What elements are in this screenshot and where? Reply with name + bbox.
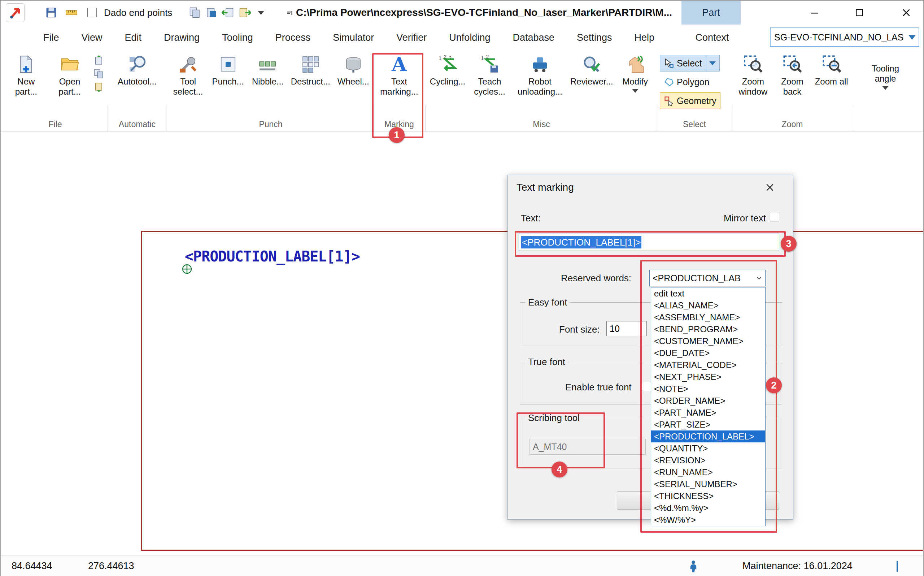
path-pin-icon — [286, 9, 294, 17]
zoom-back-icon — [782, 54, 803, 74]
ribbon-group-zoom: Zoom window Zoom back Zoom all Zoom — [733, 52, 851, 131]
select-dropdown-icon[interactable] — [706, 55, 716, 71]
paste-sheet-icon[interactable] — [205, 6, 218, 19]
annotation-box-1 — [372, 53, 423, 138]
maintenance-text: Maintenance: 16.01.2024 — [742, 555, 852, 576]
polygon-icon — [664, 77, 674, 87]
tooling-angle-dropdown-icon — [882, 86, 889, 90]
title-bar: Dado end points C:\Prima Power\ncexpress… — [1, 1, 923, 24]
import-sheet-icon[interactable] — [222, 6, 235, 19]
document-path: C:\Prima Power\ncexpress\SG-EVO-TCFinlan… — [286, 1, 672, 24]
text-anchor-marker-icon[interactable] — [180, 262, 193, 275]
close-button[interactable] — [898, 4, 914, 21]
annotation-box-2 — [640, 260, 777, 533]
sheet-down-icon[interactable] — [93, 82, 105, 93]
open-part-button[interactable]: Open part... — [49, 52, 90, 97]
menu-item[interactable]: Tooling — [222, 32, 253, 43]
save-icon[interactable] — [45, 6, 58, 19]
geometry-button[interactable]: Geometry — [660, 93, 720, 109]
ribbon-group-select: Select Polygon Geometry Select — [658, 52, 731, 131]
zoom-back-button[interactable]: Zoom back — [774, 52, 811, 97]
punch-button[interactable]: Punch... — [209, 52, 247, 87]
menu-item[interactable]: Verifier — [396, 32, 427, 43]
close-icon — [765, 183, 775, 192]
ribbon-group-tooling-angle: Tooling angle — [855, 52, 916, 131]
autotool-icon — [127, 54, 147, 74]
status-bar: 84.64434 276.44613 Maintenance: 16.01.20… — [1, 555, 923, 576]
zoom-all-button[interactable]: Zoom all — [813, 52, 851, 87]
group-label-automatic: Automatic — [110, 120, 164, 129]
destruct-icon — [300, 54, 321, 74]
minimize-button[interactable] — [806, 4, 823, 21]
measure-icon[interactable] — [65, 6, 78, 19]
mirror-text-label: Mirror text — [724, 213, 766, 224]
menu-item[interactable]: Help — [635, 32, 655, 43]
zoom-all-icon — [822, 54, 842, 74]
autotool-button[interactable]: Autotool... — [114, 52, 161, 87]
menu-item[interactable]: Unfolding — [449, 32, 490, 43]
robot-unloading-icon — [530, 54, 550, 74]
wheel-button[interactable]: Wheel... — [335, 52, 372, 87]
sheet-up-icon[interactable] — [93, 54, 105, 66]
text-field-label: Text: — [521, 213, 541, 224]
cycling-button[interactable]: 123 Cycling... — [429, 52, 466, 87]
tooling-angle-button[interactable]: Tooling angle — [864, 61, 907, 90]
dado-end-points-label: Dado end points — [104, 1, 172, 24]
wheel-icon — [343, 54, 364, 74]
menu-item[interactable]: Settings — [577, 32, 612, 43]
nibble-icon — [258, 54, 278, 74]
dialog-close-button[interactable] — [761, 179, 779, 195]
ribbon-group-misc: 123 Cycling... 12 Teach cycles... Robot … — [427, 52, 656, 131]
font-size-label: Font size: — [559, 324, 600, 335]
group-label-file: File — [4, 120, 106, 129]
dialog-title: Text marking — [517, 182, 574, 193]
new-part-icon — [16, 54, 36, 74]
svg-text:1: 1 — [481, 55, 484, 61]
menu-item[interactable]: Database — [512, 32, 554, 43]
modify-button[interactable]: Modify — [616, 52, 654, 93]
group-label-select: Select — [658, 120, 731, 129]
annotation-badge-3: 3 — [781, 236, 796, 252]
menu-bar: FileViewEditDrawingToolingProcessSimulat… — [1, 24, 923, 51]
polygon-button[interactable]: Polygon — [660, 74, 713, 90]
ribbon-group-automatic: Autotool... Automatic — [110, 52, 164, 131]
tool-select-button[interactable]: Tool select... — [169, 52, 207, 97]
program-selector-dropdown[interactable]: SG-EVO-TCFINLAND_NO_LAS — [770, 27, 919, 47]
menu-item[interactable]: File — [43, 32, 59, 43]
app-window: Dado end points C:\Prima Power\ncexpress… — [0, 0, 924, 576]
select-button[interactable]: Select — [660, 55, 720, 72]
nibble-button[interactable]: Nibble... — [249, 52, 287, 87]
annotation-box-4 — [517, 413, 605, 469]
dado-end-points-checkbox[interactable] — [87, 8, 97, 18]
menu-item[interactable]: Simulator — [333, 32, 374, 43]
tab-context[interactable]: Context — [695, 24, 729, 51]
new-part-button[interactable]: New part... — [6, 52, 46, 97]
menu-item[interactable]: View — [81, 32, 102, 43]
zoom-window-button[interactable]: Zoom window — [734, 52, 772, 97]
maximize-button[interactable] — [851, 4, 868, 21]
mirror-text-checkbox[interactable] — [770, 212, 779, 221]
modify-dropdown-icon[interactable] — [632, 89, 638, 93]
reviewer-button[interactable]: Reviewer... — [570, 52, 613, 87]
sheet-copy-icon[interactable] — [93, 68, 105, 80]
group-label-punch: Punch — [168, 120, 373, 129]
export-sheet-icon[interactable] — [238, 6, 251, 19]
robot-unloading-button[interactable]: Robot unloading... — [513, 52, 567, 97]
menu-item[interactable]: Edit — [125, 32, 142, 43]
maintenance-icon — [687, 560, 699, 573]
quick-access-dropdown-icon[interactable] — [258, 11, 264, 15]
destruct-button[interactable]: Destruct... — [289, 52, 332, 87]
menu-item[interactable]: Process — [275, 32, 311, 43]
annotation-box-3 — [515, 231, 786, 257]
coordinate-y: 276.44613 — [88, 555, 134, 576]
group-label-misc: Misc — [427, 120, 656, 129]
enable-true-font-label: Enable true font — [565, 382, 632, 393]
teach-cycles-button[interactable]: 12 Teach cycles... — [469, 52, 510, 97]
tab-part[interactable]: Part — [681, 1, 740, 24]
menu-items: FileViewEditDrawingToolingProcessSimulat… — [43, 24, 654, 51]
production-label-entity[interactable]: <PRODUCTION_LABEL[1]> — [185, 248, 360, 265]
select-cursor-icon — [664, 58, 674, 68]
menu-item[interactable]: Drawing — [164, 32, 199, 43]
cycling-icon: 123 — [437, 54, 458, 74]
copy-sheet-icon[interactable] — [188, 6, 201, 19]
